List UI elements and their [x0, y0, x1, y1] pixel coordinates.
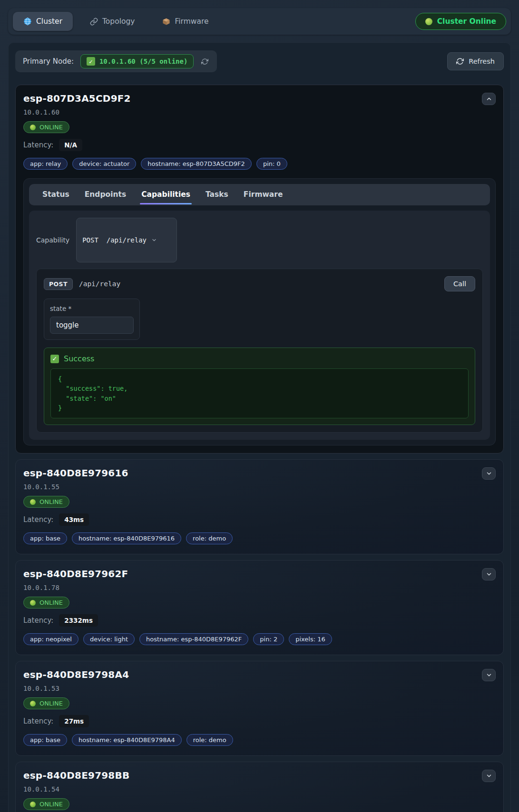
device-ip: 10.0.1.78	[23, 584, 496, 591]
device-name: esp-807D3A5CD9F2	[23, 93, 131, 104]
status-badge: ONLINE	[23, 121, 69, 133]
tab-capabilities[interactable]: Capabilities	[134, 184, 198, 205]
tag: app: relay	[23, 158, 68, 170]
status-badge: ONLINE	[23, 798, 69, 810]
tag: app: base	[23, 532, 67, 544]
device-name: esp-840D8E9798A4	[23, 669, 129, 680]
device-ip: 10.0.1.54	[23, 785, 496, 793]
tag-list: app: base hostname: esp-840D8E979616 rol…	[23, 532, 496, 544]
status-label: ONLINE	[39, 124, 63, 131]
tab-label: Cluster	[36, 17, 62, 26]
device-card: esp-840D8E9798BB 10.0.1.54 ONLINE Latenc…	[15, 762, 504, 812]
status-label: ONLINE	[39, 498, 63, 505]
tab-label: Topology	[102, 17, 135, 26]
tab-firmware[interactable]: Firmware	[236, 184, 291, 205]
online-dot-icon	[30, 600, 36, 606]
online-dot-icon	[30, 125, 36, 130]
cluster-status-badge: Cluster Online	[415, 13, 506, 30]
tab-tasks[interactable]: Tasks	[198, 184, 236, 205]
primary-node-bar: Primary Node: ✓ 10.0.1.60 (5/5 online)	[15, 50, 217, 72]
device-ip: 10.0.1.60	[23, 108, 496, 116]
device-card: esp-840D8E97962F 10.0.1.78 ONLINE Latenc…	[15, 560, 504, 655]
http-method-badge: POST	[44, 278, 73, 290]
refresh-icon	[456, 58, 464, 65]
chevron-down-icon	[151, 222, 207, 258]
status-badge: ONLINE	[23, 496, 69, 508]
endpoint-card: POST /api/relay Call state * ✓ Success	[36, 269, 483, 433]
tab-topology[interactable]: Topology	[79, 12, 145, 31]
check-icon: ✓	[50, 355, 59, 363]
param-label: state *	[50, 305, 134, 312]
online-dot-icon	[30, 499, 36, 505]
device-tabs: Status Endpoints Capabilities Tasks Firm…	[29, 184, 490, 205]
check-icon: ✓	[87, 57, 95, 66]
expand-button[interactable]	[482, 770, 496, 782]
status-label: ONLINE	[39, 599, 63, 606]
capability-label: Capability	[36, 236, 69, 244]
status-dot-icon	[425, 18, 432, 25]
status-label: ONLINE	[39, 700, 63, 707]
online-dot-icon	[30, 701, 36, 706]
latency-label: Latency:	[23, 141, 53, 149]
tab-label: Firmware	[175, 17, 208, 26]
status-badge: ONLINE	[23, 697, 69, 709]
globe-icon	[23, 17, 32, 26]
cluster-section: Primary Node: ✓ 10.0.1.60 (5/5 online) R…	[8, 42, 511, 812]
chevron-down-icon	[486, 571, 492, 578]
latency-value: N/A	[59, 139, 82, 151]
latency-label: Latency:	[23, 515, 53, 524]
primary-node-badge: ✓ 10.0.1.60 (5/5 online)	[80, 54, 194, 68]
call-button[interactable]: Call	[444, 276, 475, 291]
top-nav: Cluster Topology Firmware	[8, 8, 511, 35]
chevron-down-icon	[486, 773, 492, 779]
capability-select-value: POST /api/relay	[82, 236, 147, 244]
primary-node-row: Primary Node: ✓ 10.0.1.60 (5/5 online) R…	[15, 50, 504, 72]
tab-status[interactable]: Status	[35, 184, 77, 205]
tag: role: demo	[186, 532, 233, 544]
primary-node-value: 10.0.1.60 (5/5 online)	[99, 58, 187, 65]
result-panel: ✓ Success { "success": true, "state": "o…	[44, 348, 475, 425]
tag: device: actuator	[72, 158, 136, 170]
tag: role: demo	[186, 734, 233, 746]
cluster-status-label: Cluster Online	[437, 17, 496, 26]
device-ip: 10.0.1.53	[23, 685, 496, 692]
result-title: Success	[64, 354, 94, 363]
link-icon	[90, 18, 98, 26]
tag: app: neopixel	[23, 633, 78, 645]
expand-button[interactable]	[482, 669, 496, 681]
expand-button[interactable]	[482, 568, 496, 580]
chevron-down-icon	[486, 672, 492, 678]
online-dot-icon	[30, 802, 36, 807]
chevron-down-icon	[486, 470, 492, 477]
result-json: { "success": true, "state": "on" }	[50, 368, 469, 418]
refresh-button[interactable]: Refresh	[447, 52, 504, 70]
tab-endpoints[interactable]: Endpoints	[77, 184, 134, 205]
tag: app: base	[23, 734, 67, 746]
latency-label: Latency:	[23, 616, 53, 625]
device-name: esp-840D8E979616	[23, 467, 128, 479]
tag-list: app: base hostname: esp-840D8E9798A4 rol…	[23, 734, 496, 746]
tag: pin: 2	[253, 633, 284, 645]
latency-label: Latency:	[23, 717, 53, 725]
capabilities-panel: Capability POST /api/relay POST /api/rel…	[29, 211, 490, 440]
capability-select[interactable]: POST /api/relay	[76, 218, 177, 262]
refresh-icon[interactable]	[200, 57, 209, 66]
latency-value: 27ms	[59, 715, 89, 727]
tab-firmware[interactable]: Firmware	[152, 12, 219, 31]
collapse-button[interactable]	[482, 93, 496, 105]
expand-button[interactable]	[482, 467, 496, 480]
tag-list: app: relay device: actuator hostname: es…	[23, 158, 496, 170]
tag: pin: 0	[256, 158, 287, 170]
nav-tabs: Cluster Topology Firmware	[13, 12, 219, 31]
param-input[interactable]	[50, 317, 134, 334]
tag: hostname: esp-840D8E979616	[72, 532, 181, 544]
tag: hostname: esp-840D8E9798A4	[72, 734, 182, 746]
latency-value: 2332ms	[59, 614, 98, 627]
device-detail-panel: Status Endpoints Capabilities Tasks Firm…	[23, 178, 496, 445]
tag: device: light	[83, 633, 135, 645]
latency-value: 43ms	[59, 513, 89, 526]
tag: pixels: 16	[289, 633, 332, 645]
device-card: esp-807D3A5CD9F2 10.0.1.60 ONLINE Latenc…	[15, 85, 504, 454]
tab-cluster[interactable]: Cluster	[13, 12, 73, 31]
tag: hostname: esp-840D8E97962F	[139, 633, 248, 645]
